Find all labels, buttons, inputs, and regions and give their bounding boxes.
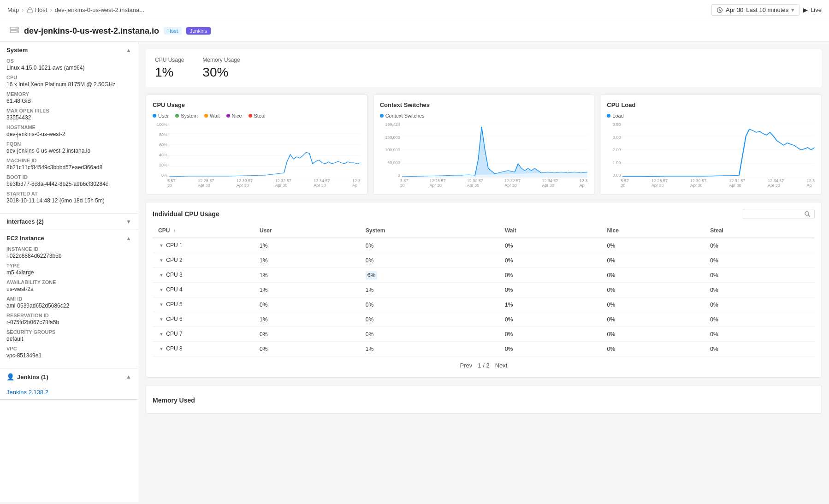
- prev-button[interactable]: Prev: [460, 362, 473, 369]
- ctx-chart-area: [402, 122, 588, 178]
- cell-wait: 1%: [499, 297, 602, 312]
- cell-user: 0%: [254, 342, 360, 356]
- expand-button[interactable]: ▼: [158, 272, 165, 279]
- legend-label-steal: Steal: [254, 113, 266, 119]
- sidebar-value-type: m5.4xlarge: [6, 269, 131, 276]
- table-row: ▼ CPU 5 0% 0% 1% 0% 0%: [153, 297, 815, 312]
- col-header-system[interactable]: System: [360, 224, 499, 238]
- time-range-label: Last 10 minutes: [746, 6, 788, 13]
- col-header-cpu[interactable]: CPU ↑: [153, 224, 254, 238]
- sidebar-value-instanceid: i-022c8884d62273b5b: [6, 253, 131, 259]
- sidebar-section-interfaces-header[interactable]: Interfaces (2) ▼: [0, 213, 138, 230]
- cpu-search-box[interactable]: [743, 209, 815, 219]
- expand-button[interactable]: ▼: [158, 331, 165, 338]
- sidebar-label-memory: Memory: [6, 91, 131, 97]
- stat-memory: Memory Usage 30%: [202, 57, 240, 80]
- sidebar-field-vpc: VPC vpc-851349e1: [6, 346, 131, 359]
- sidebar-label-instanceid: Instance ID: [6, 246, 131, 252]
- cell-system: 0%: [360, 297, 499, 312]
- col-header-steal[interactable]: Steal: [705, 224, 815, 238]
- sidebar-section-interfaces: Interfaces (2) ▼: [0, 213, 138, 230]
- jenkins-link[interactable]: Jenkins 2.138.2: [0, 385, 138, 399]
- sidebar-label-reservation: Reservation ID: [6, 313, 131, 318]
- jenkins-tag: Jenkins: [186, 27, 211, 35]
- sidebar-value-az: us-west-2a: [6, 286, 131, 292]
- legend-wait: Wait: [204, 113, 220, 119]
- cell-system: 0%: [360, 253, 499, 268]
- expand-button[interactable]: ▼: [158, 345, 165, 352]
- sidebar: System ▲ OS Linux 4.15.0-1021-aws (amd64…: [0, 42, 138, 502]
- sidebar-field-maxfiles: Max Open Files 33554432: [6, 108, 131, 121]
- sidebar-value-ami: ami-0539ad652d5686c22: [6, 302, 131, 309]
- cell-user: 1%: [254, 253, 360, 268]
- col-header-user[interactable]: User: [254, 224, 360, 238]
- expand-button[interactable]: ▼: [158, 316, 165, 323]
- cell-system: 0%: [360, 238, 499, 253]
- cpu-load-title: CPU Load: [607, 101, 815, 108]
- breadcrumb-host[interactable]: Host: [27, 6, 47, 13]
- sidebar-section-system-header[interactable]: System ▲: [0, 42, 138, 58]
- cpu-name: CPU 8: [166, 345, 182, 352]
- next-button[interactable]: Next: [495, 362, 508, 369]
- breadcrumb-device: dev-jenkins-0-us-west-2.instana...: [55, 6, 144, 13]
- cpu-data-table: CPU ↑ User System Wait Nice Steal ▼ CPU …: [153, 224, 815, 356]
- legend-dot-ctx: [380, 114, 384, 118]
- time-range-button[interactable]: Apr 30 Last 10 minutes ▾: [711, 4, 799, 16]
- sidebar-field-cpu: CPU 16 x Intel Xeon Platinum 8175M @ 2.5…: [6, 75, 131, 88]
- expand-button[interactable]: ▼: [158, 257, 165, 264]
- cpu-table-body: ▼ CPU 1 1% 0% 0% 0% 0% ▼ CPU 2 1% 0% 0% …: [153, 238, 815, 356]
- cell-wait: 0%: [499, 342, 602, 356]
- sidebar-label-vpc: VPC: [6, 346, 131, 351]
- sidebar-value-fqdn: dev-jenkins-0-us-west-2.instana.io: [6, 148, 131, 154]
- sidebar-field-ami: AMI ID ami-0539ad652d5686c22: [6, 296, 131, 309]
- chevron-down-interfaces-icon: ▼: [126, 219, 131, 225]
- legend-label-system: System: [181, 113, 198, 119]
- live-button[interactable]: ▶ Live: [803, 6, 822, 13]
- sidebar-label-hostname: Hostname: [6, 125, 131, 130]
- memory-section: Memory Used: [146, 385, 822, 414]
- table-header: CPU ↑ User System Wait Nice Steal: [153, 224, 815, 238]
- cell-system: 0%: [360, 312, 499, 327]
- sidebar-label-fqdn: FQDN: [6, 141, 131, 147]
- svg-rect-0: [28, 10, 32, 13]
- cell-nice: 0%: [602, 268, 705, 283]
- sidebar-value-memory: 61.48 GiB: [6, 98, 131, 104]
- jenkins-sidebar-icon: 👤: [6, 373, 14, 380]
- legend-label-wait: Wait: [210, 113, 220, 119]
- sidebar-section-ec2: EC2 Instance ▲ Instance ID i-022c8884d62…: [0, 230, 138, 368]
- breadcrumb-map[interactable]: Map: [7, 6, 19, 13]
- sidebar-ec2-label: EC2 Instance: [6, 235, 44, 242]
- sidebar-system-label: System: [6, 47, 28, 53]
- sidebar-field-instanceid: Instance ID i-022c8884d62273b5b: [6, 246, 131, 259]
- legend-system: System: [175, 113, 198, 119]
- stat-cpu: CPU Usage 1%: [155, 57, 184, 80]
- cell-steal: 0%: [705, 312, 815, 327]
- sidebar-section-ec2-header[interactable]: EC2 Instance ▲: [0, 230, 138, 246]
- sidebar-field-fqdn: FQDN dev-jenkins-0-us-west-2.instana.io: [6, 141, 131, 154]
- cell-nice: 0%: [602, 238, 705, 253]
- chevron-up-jenkins-icon: ▲: [126, 374, 131, 380]
- cell-nice: 0%: [602, 297, 705, 312]
- stat-memory-value: 30%: [202, 65, 240, 80]
- sidebar-value-hostname: dev-jenkins-0-us-west-2: [6, 131, 131, 137]
- cell-user: 1%: [254, 312, 360, 327]
- expand-button[interactable]: ▼: [158, 301, 165, 308]
- cpu-usage-chart: CPU Usage User System Wait: [146, 95, 367, 195]
- cell-user: 1%: [254, 268, 360, 283]
- col-header-nice[interactable]: Nice: [602, 224, 705, 238]
- expand-button[interactable]: ▼: [158, 286, 165, 293]
- legend-dot-nice: [226, 114, 230, 118]
- expand-button[interactable]: ▼: [158, 242, 165, 249]
- table-row: ▼ CPU 4 1% 1% 0% 0% 0%: [153, 283, 815, 297]
- context-switches-title: Context Switches: [380, 101, 588, 108]
- cell-nice: 0%: [602, 342, 705, 356]
- cell-nice: 0%: [602, 253, 705, 268]
- sidebar-label-secgroups: Security Groups: [6, 329, 131, 335]
- col-header-wait[interactable]: Wait: [499, 224, 602, 238]
- legend-load: Load: [607, 113, 623, 119]
- top-nav: Map › Host › dev-jenkins-0-us-west-2.ins…: [0, 0, 829, 20]
- cpu-name: CPU 1: [166, 242, 182, 249]
- sidebar-section-jenkins-header[interactable]: 👤 Jenkins (1) ▲: [0, 368, 138, 385]
- sidebar-field-machineid: Machine ID 8b21c11cf84549c3bbbd57eaed366…: [6, 158, 131, 171]
- cpu-search-input[interactable]: [747, 211, 802, 217]
